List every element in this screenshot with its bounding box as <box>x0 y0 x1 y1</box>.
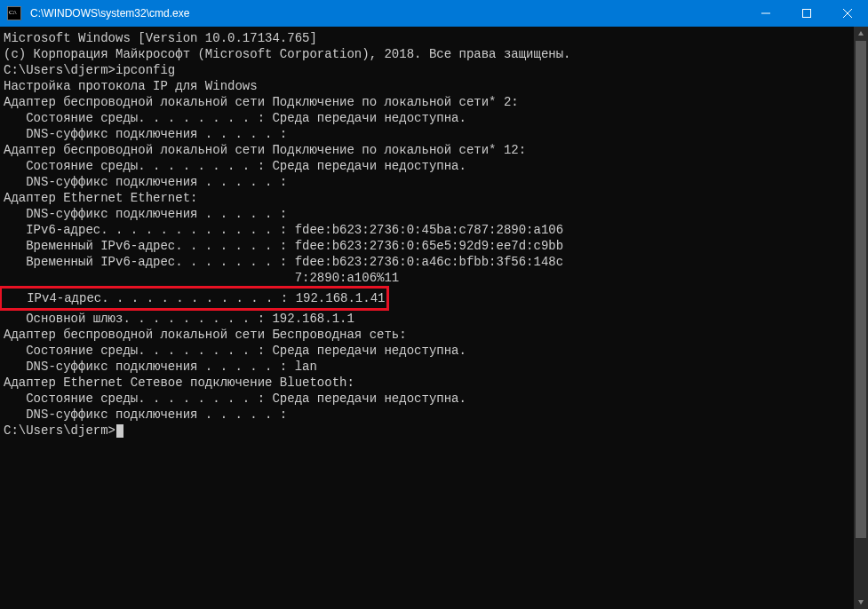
close-button[interactable] <box>827 0 868 27</box>
terminal-line: DNS-суффикс подключения . . . . . : <box>4 126 854 142</box>
cursor <box>116 424 123 438</box>
svg-marker-8 <box>858 600 864 605</box>
terminal-line: Состояние среды. . . . . . . . : Среда п… <box>4 158 854 174</box>
terminal-line: Состояние среды. . . . . . . . : Среда п… <box>4 343 854 359</box>
terminal-line: DNS-суффикс подключения . . . . . : lan <box>4 359 854 375</box>
terminal-line: Состояние среды. . . . . . . . : Среда п… <box>4 391 854 407</box>
terminal-line: DNS-суффикс подключения . . . . . : <box>4 407 854 423</box>
cmd-icon: C:\ <box>7 6 21 20</box>
maximize-button[interactable] <box>786 0 827 27</box>
window-controls <box>745 0 868 27</box>
terminal-line: Настройка протокола IP для Windows <box>4 78 854 94</box>
terminal-line: IPv4-адрес. . . . . . . . . . . . : 192.… <box>4 286 854 311</box>
minimize-button[interactable] <box>745 0 786 27</box>
svg-rect-4 <box>803 10 811 18</box>
terminal-line: Адаптер Ethernet Ethernet: <box>4 190 854 206</box>
ipv4-highlight: IPv4-адрес. . . . . . . . . . . . : 192.… <box>0 286 389 311</box>
ipv4-line-text: IPv4-адрес. . . . . . . . . . . . : 192.… <box>4 291 385 305</box>
terminal-line: Адаптер Ethernet Сетевое подключение Blu… <box>4 375 854 391</box>
scrollbar-thumb[interactable] <box>856 41 866 538</box>
terminal-line: Основной шлюз. . . . . . . . . : 192.168… <box>4 311 854 327</box>
prompt-line: C:\Users\djerm>ipconfig <box>4 62 854 78</box>
window-titlebar: C:\ C:\WINDOWS\system32\cmd.exe <box>0 0 868 27</box>
terminal-line: DNS-суффикс подключения . . . . . : <box>4 174 854 190</box>
svg-marker-7 <box>858 31 864 36</box>
vertical-scrollbar[interactable] <box>854 27 868 609</box>
terminal-line: Состояние среды. . . . . . . . : Среда п… <box>4 110 854 126</box>
terminal-line: DNS-суффикс подключения . . . . . : <box>4 206 854 222</box>
terminal-output[interactable]: Microsoft Windows [Version 10.0.17134.76… <box>0 27 854 609</box>
terminal-line: Адаптер беспроводной локальной сети Подк… <box>4 142 854 158</box>
terminal-line: Адаптер беспроводной локальной сети Подк… <box>4 94 854 110</box>
terminal-line: Адаптер беспроводной локальной сети Бесп… <box>4 327 854 343</box>
terminal-line: 7:2890:a106%11 <box>4 270 854 286</box>
scroll-down-arrow[interactable] <box>854 595 868 609</box>
svg-text:C:\: C:\ <box>9 9 17 16</box>
terminal-area: Microsoft Windows [Version 10.0.17134.76… <box>0 27 868 609</box>
terminal-line: Временный IPv6-адрес. . . . . . . : fdee… <box>4 254 854 270</box>
terminal-line: (c) Корпорация Майкрософт (Microsoft Cor… <box>4 46 854 62</box>
terminal-line: IPv6-адрес. . . . . . . . . . . . : fdee… <box>4 222 854 238</box>
terminal-line: Microsoft Windows [Version 10.0.17134.76… <box>4 30 854 46</box>
prompt-line: C:\Users\djerm> <box>4 423 854 439</box>
scroll-up-arrow[interactable] <box>854 27 868 41</box>
window-title: C:\WINDOWS\system32\cmd.exe <box>28 7 745 20</box>
terminal-line: Временный IPv6-адрес. . . . . . . : fdee… <box>4 238 854 254</box>
